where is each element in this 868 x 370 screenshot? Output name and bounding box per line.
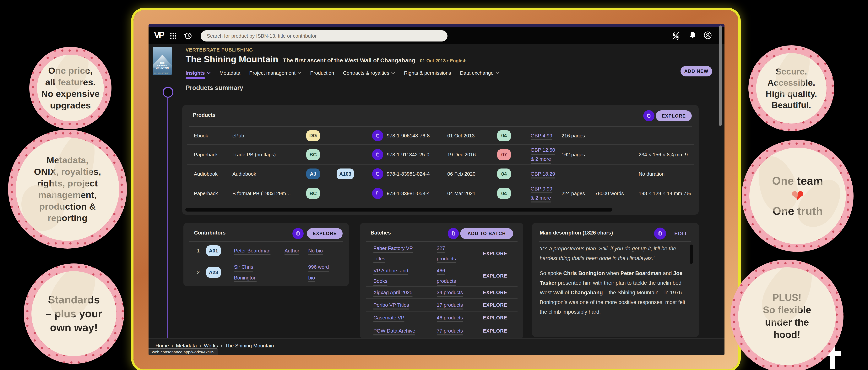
- apps-grid-icon[interactable]: [169, 32, 177, 40]
- batch-count-link[interactable]: 466 products: [437, 268, 456, 284]
- batch-name-link[interactable]: VP Authors and Books: [373, 268, 408, 284]
- publisher-name[interactable]: VERTEBRATE PUBLISHING: [186, 47, 253, 53]
- batch-row[interactable]: Xigxag April 2025 34 products EXPLORE: [360, 287, 523, 298]
- price-link[interactable]: GBP 18.29: [531, 171, 555, 177]
- work-meta: 01 Oct 2013 • English: [420, 58, 467, 63]
- batch-row[interactable]: Faber Factory VP Titles 227 products EXP…: [360, 241, 523, 265]
- duplicate-icon[interactable]: [292, 228, 304, 239]
- product-code-badge[interactable]: AJ: [306, 169, 320, 179]
- price-more-link[interactable]: & 2 more: [531, 195, 551, 201]
- contributor-name-link[interactable]: Peter Boardman: [234, 248, 271, 254]
- tab-rights-permissions[interactable]: Rights & permissions: [404, 70, 451, 76]
- add-new-button[interactable]: ADD NEW: [681, 66, 712, 77]
- product-pages: 216 pages: [561, 133, 585, 139]
- duplicate-icon[interactable]: [372, 130, 383, 141]
- product-status-badge[interactable]: 04: [497, 188, 511, 199]
- duplicate-icon[interactable]: [372, 188, 383, 199]
- account-icon[interactable]: [703, 31, 712, 40]
- contributor-row[interactable]: 2 A23 Sir Chris Bonington 996 word bio: [183, 260, 349, 284]
- batch-name-link[interactable]: Xigxag April 2025: [373, 289, 412, 295]
- cover-title: THE SHINING MOUNTAIN: [153, 62, 172, 69]
- product-row[interactable]: Ebook ePub DG 978-1-906148-76-8 01 Oct 2…: [182, 127, 699, 144]
- batch-name-link[interactable]: Peribo VP Titles: [373, 302, 409, 308]
- product-detail: B format PB (198x129m…: [232, 191, 291, 197]
- edit-link[interactable]: EDIT: [674, 231, 687, 237]
- batch-count-link[interactable]: 227 products: [437, 245, 456, 261]
- tab-data-exchange[interactable]: Data exchange: [460, 70, 499, 76]
- batch-row[interactable]: VP Authors and Books 466 products EXPLOR…: [360, 265, 523, 286]
- theme-toggle-icon[interactable]: [672, 31, 681, 40]
- product-detail: Audiobook: [232, 171, 256, 177]
- contributor-name-link[interactable]: Sir Chris Bonington: [234, 264, 256, 281]
- duplicate-icon[interactable]: [654, 228, 666, 239]
- batch-name-link[interactable]: PGW Data Archive: [373, 328, 415, 334]
- product-status-badge[interactable]: 04: [497, 169, 511, 179]
- batch-count-link[interactable]: 77 products: [437, 328, 463, 334]
- contributor-code-badge[interactable]: A23: [206, 267, 221, 278]
- page-vertical-scrollbar[interactable]: [719, 26, 722, 126]
- batch-explore-link[interactable]: EXPLORE: [483, 315, 507, 321]
- product-row[interactable]: Paperback B format PB (198x129m… BC 978-…: [182, 183, 699, 203]
- copy-glyph: [375, 152, 380, 157]
- duplicate-icon[interactable]: [448, 228, 459, 239]
- tab-insights[interactable]: Insights: [186, 70, 211, 76]
- table-horizontal-scrollbar[interactable]: [185, 208, 613, 211]
- duplicate-icon[interactable]: [372, 149, 383, 160]
- tab-contracts-royalties[interactable]: Contracts & royalties: [343, 70, 395, 76]
- batch-count-link[interactable]: 17 products: [437, 302, 463, 308]
- batch-row[interactable]: Peribo VP Titles 17 products EXPLORE: [360, 298, 523, 311]
- breadcrumb-works[interactable]: Works: [204, 343, 218, 349]
- contributor-bio-link[interactable]: No bio: [308, 248, 323, 254]
- product-code-badge[interactable]: BC: [306, 188, 320, 199]
- batch-name-link[interactable]: Faber Factory VP Titles: [373, 245, 413, 261]
- add-to-batch-button[interactable]: ADD TO BATCH: [460, 228, 513, 239]
- batch-count-link[interactable]: 46 products: [437, 315, 463, 321]
- batch-explore-link[interactable]: EXPLORE: [483, 251, 507, 256]
- product-row[interactable]: Audiobook Audiobook AJ A103 978-1-83981-…: [182, 165, 699, 183]
- product-status-badge[interactable]: 07: [497, 149, 511, 160]
- price-link[interactable]: GBP 4.99: [531, 133, 552, 139]
- notifications-bell-icon[interactable]: [688, 31, 697, 40]
- batch-explore-link[interactable]: EXPLORE: [483, 302, 507, 308]
- history-icon[interactable]: [184, 31, 192, 40]
- products-explore-button[interactable]: EXPLORE: [656, 110, 692, 121]
- batch-name-link[interactable]: Casemate VP: [373, 315, 404, 321]
- product-row[interactable]: Paperback Trade PB (no flaps) BC 978-1-9…: [182, 145, 699, 165]
- tab-production[interactable]: Production: [310, 70, 334, 76]
- batch-row[interactable]: Casemate VP 46 products EXPLORE: [360, 312, 523, 324]
- price-more-link[interactable]: & 2 more: [531, 156, 551, 162]
- description-scrollbar[interactable]: [690, 245, 693, 264]
- chevron-down-icon: [207, 72, 211, 74]
- search-bar[interactable]: [200, 30, 447, 41]
- breadcrumb-metadata[interactable]: Metadata: [176, 343, 197, 349]
- breadcrumb-home[interactable]: Home: [155, 343, 169, 349]
- contributor-code-badge[interactable]: A01: [206, 245, 221, 256]
- price-link[interactable]: GBP 12.50: [531, 147, 555, 153]
- contributor-row[interactable]: 1 A01 Peter Boardman Author No bio: [183, 241, 349, 260]
- contributors-explore-button[interactable]: EXPLORE: [307, 228, 343, 239]
- search-input[interactable]: [207, 33, 442, 39]
- price-link[interactable]: GBP 9.99: [531, 186, 552, 192]
- batches-panel: Batches ADD TO BATCH Faber Factory VP Ti…: [360, 223, 523, 339]
- product-status-badge[interactable]: 04: [497, 130, 511, 141]
- product-code-badge[interactable]: DG: [306, 130, 320, 141]
- duplicate-icon[interactable]: [643, 110, 654, 121]
- vp-logo[interactable]: VP: [154, 30, 163, 40]
- duplicate-icon[interactable]: [372, 168, 383, 179]
- batch-count-link[interactable]: 34 products: [437, 289, 463, 295]
- batch-explore-link[interactable]: EXPLORE: [483, 328, 507, 334]
- sequence-number: 2: [197, 269, 199, 276]
- contributor-role-link[interactable]: Author: [284, 248, 299, 254]
- book-cover-thumbnail[interactable]: THE SHINING MOUNTAIN PETER BOARDMAN: [153, 47, 172, 75]
- batch-explore-link[interactable]: EXPLORE: [483, 290, 507, 295]
- tab-metadata[interactable]: Metadata: [219, 70, 240, 76]
- product-code2-badge[interactable]: A103: [337, 169, 354, 179]
- product-isbn: 978-1-83981-024-4: [387, 171, 430, 177]
- tab-project-management[interactable]: Project management: [249, 70, 301, 76]
- product-code-badge[interactable]: BC: [306, 149, 320, 160]
- product-price: GBP 12.50 & 2 more: [531, 147, 555, 162]
- contributor-bio-link[interactable]: 996 word bio: [308, 264, 329, 281]
- window-title-strip: [149, 24, 724, 27]
- batch-row[interactable]: PGW Data Archive 77 products EXPLORE: [360, 324, 523, 337]
- batch-explore-link[interactable]: EXPLORE: [483, 273, 507, 279]
